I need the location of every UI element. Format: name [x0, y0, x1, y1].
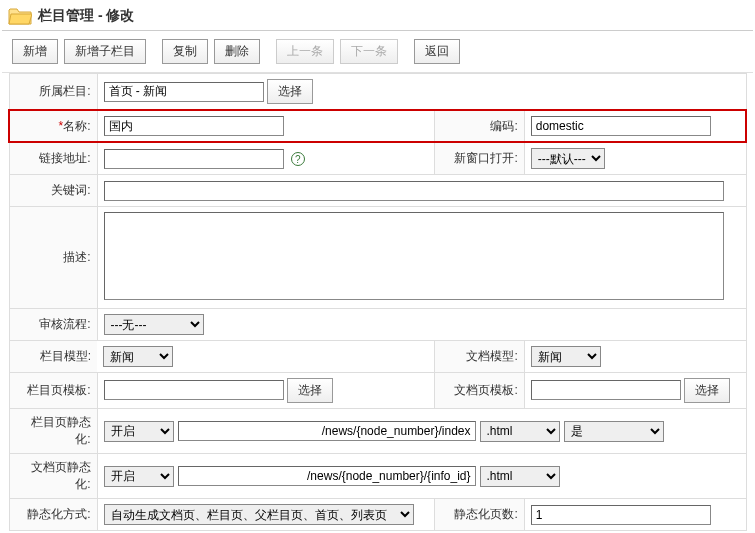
docstatic-select[interactable]: 开启: [104, 466, 174, 487]
page-title: 栏目管理 - 修改: [38, 7, 134, 25]
desc-textarea[interactable]: [104, 212, 724, 300]
nodetpl-input[interactable]: [104, 380, 284, 400]
back-button[interactable]: 返回: [414, 39, 460, 64]
staticmode-label: 静态化方式:: [9, 499, 97, 531]
page-header: 栏目管理 - 修改: [2, 2, 753, 31]
parent-label: 所属栏目:: [9, 74, 97, 111]
parent-input[interactable]: [104, 82, 264, 102]
docstatic-ext-select[interactable]: .html: [480, 466, 560, 487]
docstatic-label: 文档页静态化:: [9, 454, 97, 499]
nodestatic-path-input[interactable]: [178, 421, 476, 441]
docmodel-select[interactable]: 新闻: [531, 346, 601, 367]
staticmode-select[interactable]: 自动生成文档页、栏目页、父栏目页、首页、列表页: [104, 504, 414, 525]
nodestatic-yes-select[interactable]: 是: [564, 421, 664, 442]
link-label: 链接地址:: [9, 142, 97, 175]
new-button[interactable]: 新增: [12, 39, 58, 64]
delete-button[interactable]: 删除: [214, 39, 260, 64]
doctpl-choose-button[interactable]: 选择: [684, 378, 730, 403]
newwin-label: 新窗口打开:: [434, 142, 524, 175]
next-button: 下一条: [340, 39, 398, 64]
doctpl-label: 文档页模板:: [434, 373, 524, 409]
keywords-label: 关键词:: [9, 175, 97, 207]
newwin-select[interactable]: ---默认---: [531, 148, 605, 169]
new-sub-button[interactable]: 新增子栏目: [64, 39, 146, 64]
code-label: 编码:: [434, 110, 524, 142]
nodetpl-choose-button[interactable]: 选择: [287, 378, 333, 403]
keywords-input[interactable]: [104, 181, 724, 201]
code-input[interactable]: [531, 116, 711, 136]
audit-select[interactable]: ---无---: [104, 314, 204, 335]
help-icon[interactable]: ?: [291, 152, 305, 166]
form: 所属栏目: 选择 *名称: 编码: 链接地址: ? 新窗口打开: ---默认--…: [2, 73, 753, 531]
link-input[interactable]: [104, 149, 284, 169]
nodestatic-select[interactable]: 开启: [104, 421, 174, 442]
staticpages-input[interactable]: [531, 505, 711, 525]
name-input[interactable]: [104, 116, 284, 136]
name-label: *名称:: [9, 110, 97, 142]
toolbar: 新增 新增子栏目 复制 删除 上一条 下一条 返回: [2, 31, 753, 73]
nodemodel-label: 栏目模型:: [9, 341, 97, 373]
folder-icon: [8, 6, 32, 26]
doctpl-input[interactable]: [531, 380, 681, 400]
parent-choose-button[interactable]: 选择: [267, 79, 313, 104]
audit-label: 审核流程:: [9, 309, 97, 341]
docmodel-label: 文档模型:: [434, 341, 524, 373]
nodetpl-label: 栏目页模板:: [9, 373, 97, 409]
docstatic-path-input[interactable]: [178, 466, 476, 486]
nodemodel-select[interactable]: 新闻: [103, 346, 173, 367]
copy-button[interactable]: 复制: [162, 39, 208, 64]
nodestatic-ext-select[interactable]: .html: [480, 421, 560, 442]
nodestatic-label: 栏目页静态化:: [9, 409, 97, 454]
desc-label: 描述:: [9, 207, 97, 309]
prev-button: 上一条: [276, 39, 334, 64]
staticpages-label: 静态化页数:: [434, 499, 524, 531]
